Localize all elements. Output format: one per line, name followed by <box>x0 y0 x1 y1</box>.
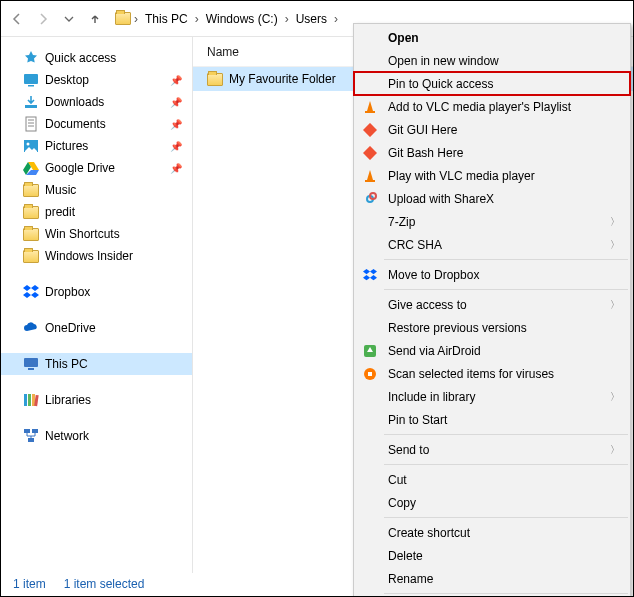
sidebar-item-label: Quick access <box>45 51 192 65</box>
folder-icon <box>23 204 39 220</box>
svg-rect-1 <box>28 85 34 87</box>
svg-rect-0 <box>24 74 38 84</box>
chevron-right-icon: › <box>131 12 141 26</box>
pin-icon: 📌 <box>170 163 182 174</box>
svg-rect-9 <box>28 394 31 406</box>
svg-rect-12 <box>24 429 30 433</box>
ctx-cut[interactable]: Cut <box>354 468 630 491</box>
sidebar-item-win-shortcuts[interactable]: Win Shortcuts <box>1 223 192 245</box>
ctx-move-dropbox[interactable]: Move to Dropbox <box>354 263 630 286</box>
folder-icon <box>115 11 131 27</box>
ctx-delete[interactable]: Delete <box>354 544 630 567</box>
ctx-give-access[interactable]: Give access to〉 <box>354 293 630 316</box>
svg-rect-13 <box>32 429 38 433</box>
svg-point-20 <box>370 193 376 199</box>
status-selection-count: 1 item selected <box>64 577 145 591</box>
file-explorer-window: › This PC › Windows (C:) › Users › Quick… <box>0 0 634 597</box>
context-menu: Open Open in new window Pin to Quick acc… <box>353 23 631 597</box>
ctx-git-gui[interactable]: Git GUI Here <box>354 118 630 141</box>
sidebar-onedrive[interactable]: OneDrive <box>1 317 192 339</box>
sidebar-dropbox[interactable]: Dropbox <box>1 281 192 303</box>
ctx-send-to[interactable]: Send to〉 <box>354 438 630 461</box>
ctx-pin-start[interactable]: Pin to Start <box>354 408 630 431</box>
separator <box>384 517 628 518</box>
dropbox-icon <box>362 267 378 283</box>
sidebar-item-desktop[interactable]: Desktop 📌 <box>1 69 192 91</box>
google-drive-icon <box>23 160 39 176</box>
ctx-sharex[interactable]: Upload with ShareX <box>354 187 630 210</box>
ctx-scan-viruses[interactable]: Scan selected items for viruses <box>354 362 630 385</box>
ctx-copy[interactable]: Copy <box>354 491 630 514</box>
breadcrumb-part[interactable]: Windows (C:) <box>202 10 282 28</box>
sidebar-quick-access[interactable]: Quick access <box>1 47 192 69</box>
desktop-icon <box>23 72 39 88</box>
svg-rect-16 <box>363 123 377 137</box>
pictures-icon <box>23 138 39 154</box>
sidebar-item-windows-insider[interactable]: Windows Insider <box>1 245 192 267</box>
antivirus-icon <box>362 366 378 382</box>
chevron-right-icon: 〉 <box>610 298 620 312</box>
navigation-pane: Quick access Desktop 📌 Downloads 📌 Docum… <box>1 37 193 573</box>
sidebar-item-label: Network <box>45 429 192 443</box>
forward-button[interactable] <box>31 7 55 31</box>
back-button[interactable] <box>5 7 29 31</box>
sidebar-item-label: predit <box>45 205 192 219</box>
separator <box>384 259 628 260</box>
svg-rect-17 <box>363 146 377 160</box>
ctx-open-new-window[interactable]: Open in new window <box>354 49 630 72</box>
ctx-pin-quick-access[interactable]: Pin to Quick access <box>354 72 630 95</box>
ctx-7zip[interactable]: 7-Zip〉 <box>354 210 630 233</box>
ctx-vlc-playlist[interactable]: Add to VLC media player's Playlist <box>354 95 630 118</box>
ctx-restore-previous[interactable]: Restore previous versions <box>354 316 630 339</box>
ctx-airdroid[interactable]: Send via AirDroid <box>354 339 630 362</box>
chevron-right-icon: 〉 <box>610 215 620 229</box>
pin-icon: 📌 <box>170 119 182 130</box>
sidebar-item-documents[interactable]: Documents 📌 <box>1 113 192 135</box>
status-item-count: 1 item <box>13 577 46 591</box>
git-icon <box>362 145 378 161</box>
downloads-icon <box>23 94 39 110</box>
airdroid-icon <box>362 343 378 359</box>
svg-rect-2 <box>25 105 37 108</box>
sidebar-item-label: Windows Insider <box>45 249 192 263</box>
sidebar-item-label: Libraries <box>45 393 192 407</box>
sidebar-item-predit[interactable]: predit <box>1 201 192 223</box>
chevron-right-icon: 〉 <box>610 443 620 457</box>
recent-locations-button[interactable] <box>57 7 81 31</box>
folder-icon <box>23 182 39 198</box>
svg-rect-18 <box>365 180 375 182</box>
sidebar-item-music[interactable]: Music <box>1 179 192 201</box>
svg-rect-8 <box>24 394 27 406</box>
ctx-git-bash[interactable]: Git Bash Here <box>354 141 630 164</box>
svg-rect-3 <box>26 117 36 131</box>
documents-icon <box>23 116 39 132</box>
svg-point-5 <box>27 143 30 146</box>
sidebar-item-label: OneDrive <box>45 321 192 335</box>
separator <box>384 434 628 435</box>
svg-rect-15 <box>365 111 375 113</box>
sidebar-item-label: Music <box>45 183 192 197</box>
ctx-open[interactable]: Open <box>354 26 630 49</box>
ctx-vlc-play[interactable]: Play with VLC media player <box>354 164 630 187</box>
this-pc-icon <box>23 356 39 372</box>
sidebar-item-downloads[interactable]: Downloads 📌 <box>1 91 192 113</box>
ctx-crc-sha[interactable]: CRC SHA〉 <box>354 233 630 256</box>
star-icon <box>23 50 39 66</box>
ctx-include-library[interactable]: Include in library〉 <box>354 385 630 408</box>
chevron-right-icon: › <box>282 12 292 26</box>
breadcrumb-part[interactable]: Users <box>292 10 331 28</box>
sidebar-network[interactable]: Network <box>1 425 192 447</box>
sidebar-item-pictures[interactable]: Pictures 📌 <box>1 135 192 157</box>
status-bar: 1 item 1 item selected <box>1 572 633 596</box>
git-icon <box>362 122 378 138</box>
sidebar-libraries[interactable]: Libraries <box>1 389 192 411</box>
sidebar-this-pc[interactable]: This PC <box>1 353 192 375</box>
libraries-icon <box>23 392 39 408</box>
sidebar-item-google-drive[interactable]: Google Drive 📌 <box>1 157 192 179</box>
breadcrumb-part[interactable]: This PC <box>141 10 192 28</box>
up-button[interactable] <box>83 7 107 31</box>
chevron-right-icon: 〉 <box>610 390 620 404</box>
folder-icon <box>23 226 39 242</box>
pin-icon: 📌 <box>170 75 182 86</box>
ctx-create-shortcut[interactable]: Create shortcut <box>354 521 630 544</box>
